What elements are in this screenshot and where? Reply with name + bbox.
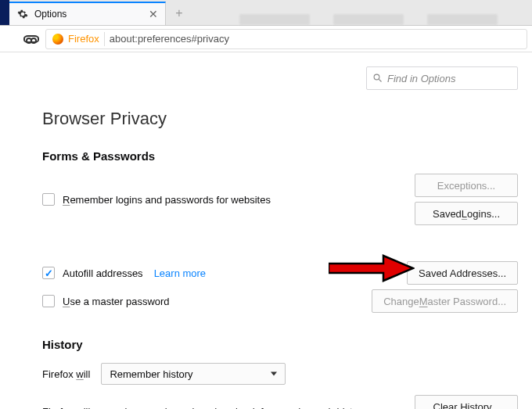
clear-history-button[interactable]: Clear History... <box>415 395 518 409</box>
label-firefox-will: Firefox will <box>42 368 90 380</box>
identity-label: Firefox <box>68 33 99 45</box>
checkbox-remember-logins[interactable] <box>42 193 55 206</box>
new-tab-button[interactable]: + <box>169 3 189 23</box>
label-master-password: Use a master password <box>63 296 170 307</box>
background-tabs <box>192 14 498 25</box>
exceptions-button[interactable]: Exceptions... <box>415 174 518 197</box>
search-icon <box>373 74 383 83</box>
history-description: Firefox will remember your browsing, dow… <box>42 406 368 410</box>
checkbox-master-password[interactable] <box>42 295 55 307</box>
checkbox-autofill-addresses[interactable] <box>42 267 55 279</box>
page-title: Browser Privacy <box>42 109 518 129</box>
label-autofill-addresses: Autofill addresses <box>63 267 143 279</box>
search-input[interactable]: Find in Options <box>366 66 518 90</box>
ghost-tab <box>239 14 310 25</box>
svg-point-0 <box>374 74 379 80</box>
label-remember-logins: Remember logins and passwords for websit… <box>63 194 271 206</box>
toolbar: Firefox about:preferences#privacy <box>0 26 532 52</box>
url-text: about:preferences#privacy <box>110 33 229 45</box>
ghost-tab <box>427 14 498 25</box>
url-bar[interactable]: Firefox about:preferences#privacy <box>45 29 527 49</box>
tab-options[interactable]: Options ✕ <box>9 2 166 25</box>
svg-line-1 <box>379 80 382 82</box>
tab-strip: Options ✕ + <box>0 0 532 26</box>
gear-icon <box>17 9 28 20</box>
ghost-tab <box>333 14 404 25</box>
section-forms-passwords: Forms & Passwords <box>42 149 518 163</box>
saved-logins-button[interactable]: Saved Logins... <box>415 202 518 225</box>
history-mode-select[interactable]: Remember history <box>101 363 286 385</box>
saved-addresses-button[interactable]: Saved Addresses... <box>407 261 518 285</box>
private-mask-icon <box>23 35 39 43</box>
learn-more-link[interactable]: Learn more <box>154 267 206 279</box>
change-master-password-button[interactable]: Change Master Password... <box>372 289 518 313</box>
separator <box>104 32 105 46</box>
window-accent <box>0 0 9 25</box>
preferences-content: Find in Options Browser Privacy Forms & … <box>0 52 532 409</box>
section-history: History <box>42 338 518 351</box>
search-placeholder: Find in Options <box>387 73 455 84</box>
firefox-icon <box>52 34 63 45</box>
tab-title: Options <box>34 9 142 20</box>
close-icon[interactable]: ✕ <box>148 9 159 20</box>
